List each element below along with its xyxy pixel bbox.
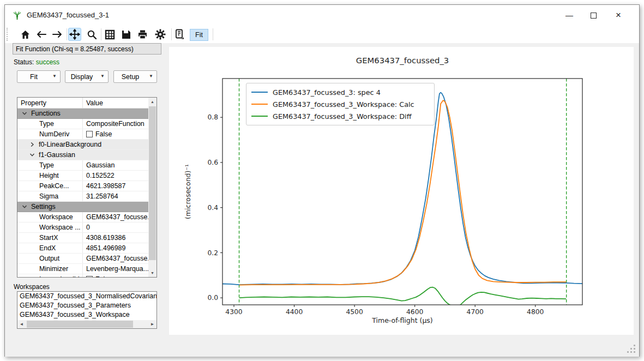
back-button[interactable] (35, 28, 48, 41)
property-table-header: Property Value (17, 98, 157, 109)
property-row-endx[interactable]: EndX4851.496989 (17, 243, 157, 254)
property-row-workspace[interactable]: Workspace ...0 (17, 222, 157, 233)
pan-button[interactable] (68, 28, 81, 41)
section-row-functions[interactable]: Functions (17, 109, 157, 119)
legend-label: GEM63437_focussed_3_Workspace: Calc (273, 100, 414, 109)
fit-property-browser: Property Value FunctionsTypeCompositeFun… (17, 97, 157, 278)
plot-figure[interactable]: 4300440045004600470048000.00.20.40.60.8 … (169, 47, 634, 335)
workspace-item[interactable]: GEM63437_focussed_3_Parameters (17, 301, 157, 310)
property-value: 0 (86, 224, 90, 231)
minimize-button[interactable]: — (560, 7, 579, 23)
checkbox[interactable] (86, 276, 93, 278)
section-row-settings[interactable]: Settings (17, 202, 157, 212)
legend-line-swatch (251, 116, 268, 117)
x-axis-label: Time-of-flight (μs) (222, 316, 582, 324)
magnifier-icon (87, 29, 97, 40)
printer-icon (137, 29, 148, 40)
property-value: False (95, 130, 112, 138)
horizontal-scrollbar[interactable]: ◄ ► (17, 320, 157, 328)
property-value: CompositeFunction (86, 120, 145, 128)
property-row-type[interactable]: TypeGaussian (17, 160, 157, 171)
function-row-f0-linearbackground[interactable]: f0-LinearBackground (17, 140, 157, 150)
property-value: Gaussian (86, 161, 115, 169)
legend-entry: GEM63437_focussed_3_Workspace: Calc (251, 98, 430, 110)
checkbox[interactable] (86, 131, 93, 137)
chevron-down-icon: ▼ (52, 74, 57, 79)
property-row-output[interactable]: OutputGEM63437_focusse... (17, 254, 157, 264)
scroll-down-icon[interactable]: ▼ (148, 269, 157, 277)
property-row-ignore-invalid-data[interactable]: Ignore invalid dataFalse (17, 274, 157, 278)
svg-text:4700: 4700 (467, 308, 484, 316)
setup-dropdown-label: Setup (114, 73, 147, 81)
property-row-minimizer[interactable]: MinimizerLevenberg-Marqua... (17, 264, 157, 274)
chevron-expanded-icon[interactable] (29, 152, 35, 158)
title-bar[interactable]: GEM63437_focussed_3-1 — × (5, 5, 639, 26)
section-label: Functions (31, 110, 61, 117)
property-value: 0.152522 (86, 172, 115, 179)
svg-text:4800: 4800 (527, 308, 544, 316)
chevron-expanded-icon[interactable] (22, 204, 27, 209)
chevron-collapsed-icon[interactable] (29, 142, 35, 147)
forward-button[interactable] (51, 28, 64, 41)
generate-script-button[interactable] (173, 28, 186, 41)
toolbar-drag-handle[interactable] (7, 28, 8, 41)
property-row-workspace[interactable]: WorkspaceGEM63437_focusse... (17, 212, 157, 222)
svg-text:0.0: 0.0 (207, 294, 218, 302)
home-button[interactable] (19, 28, 32, 41)
status-value: success (36, 58, 59, 66)
maximize-button[interactable] (584, 7, 603, 23)
scroll-up-icon[interactable]: ▲ (148, 98, 157, 106)
save-button[interactable] (119, 28, 133, 41)
property-label: Height (17, 171, 83, 180)
svg-text:0.2: 0.2 (207, 249, 218, 257)
display-dropdown-button[interactable]: Display▼ (65, 70, 109, 83)
section-label: Settings (31, 203, 56, 210)
plot-toolbar: Fit (5, 26, 639, 43)
setup-dropdown-button[interactable]: Setup▼ (113, 70, 157, 83)
toolbar-separator (213, 28, 213, 40)
property-row-height[interactable]: Height0.152522 (17, 171, 157, 181)
content-area: Fit Function (Chi-sq = 8.25487, success)… (5, 43, 639, 336)
grid-button[interactable] (103, 28, 116, 41)
display-dropdown-label: Display (65, 73, 98, 81)
toolbar-separator (171, 28, 172, 40)
property-row-peakce[interactable]: PeakCe...4621.398587 (17, 181, 157, 191)
scroll-left-icon[interactable]: ◄ (17, 320, 26, 328)
chevron-expanded-icon[interactable] (22, 111, 27, 116)
legend-entry: GEM63437_focussed_3: spec 4 (251, 86, 430, 98)
print-button[interactable] (136, 28, 149, 41)
property-value: False (95, 275, 112, 278)
vertical-scrollbar[interactable]: ▲ ▼ (148, 98, 157, 277)
gear-icon (155, 29, 166, 40)
property-value: 4851.496989 (86, 244, 125, 252)
property-label: EndX (17, 243, 83, 253)
property-table-body: FunctionsTypeCompositeFunctionNumDerivFa… (17, 109, 157, 278)
svg-text:0.8: 0.8 (207, 113, 218, 121)
column-header-value: Value (83, 98, 157, 108)
scrollbar-thumb[interactable] (149, 106, 156, 260)
zoom-button[interactable] (85, 28, 98, 41)
y-axis-label: (microsecond)⁻¹ (184, 127, 192, 257)
mantid-logo-icon (13, 11, 22, 20)
property-label: Type (17, 160, 83, 170)
property-row-type[interactable]: TypeCompositeFunction (17, 119, 157, 129)
property-row-startx[interactable]: StartX4308.619386 (17, 233, 157, 243)
toolbar-separator (101, 28, 101, 40)
function-row-f1-gaussian[interactable]: f1-Gaussian (17, 150, 157, 160)
pan-icon (69, 29, 80, 40)
workspace-item[interactable]: GEM63437_focussed_3_NormalisedCovariance… (17, 292, 157, 301)
svg-text:4600: 4600 (406, 308, 423, 316)
resize-grip[interactable] (627, 345, 636, 353)
property-row-numderiv[interactable]: NumDerivFalse (17, 129, 157, 140)
app-window: GEM63437_focussed_3-1 — × (4, 4, 640, 357)
property-value: GEM63437_focusse... (86, 213, 153, 221)
close-button[interactable]: × (609, 7, 628, 23)
workspace-item[interactable]: GEM63437_focussed_3_Workspace (17, 310, 157, 320)
property-row-sigma[interactable]: Sigma31.258764 (17, 191, 157, 202)
plot-legend: GEM63437_focussed_3: spec 4GEM63437_focu… (246, 83, 435, 125)
fit-dropdown-button[interactable]: Fit▼ (17, 70, 61, 83)
customize-button[interactable] (154, 28, 167, 41)
fit-toolbar-button[interactable]: Fit (190, 29, 208, 41)
scroll-right-icon[interactable]: ► (148, 320, 157, 328)
scrollbar-thumb[interactable] (27, 321, 133, 328)
